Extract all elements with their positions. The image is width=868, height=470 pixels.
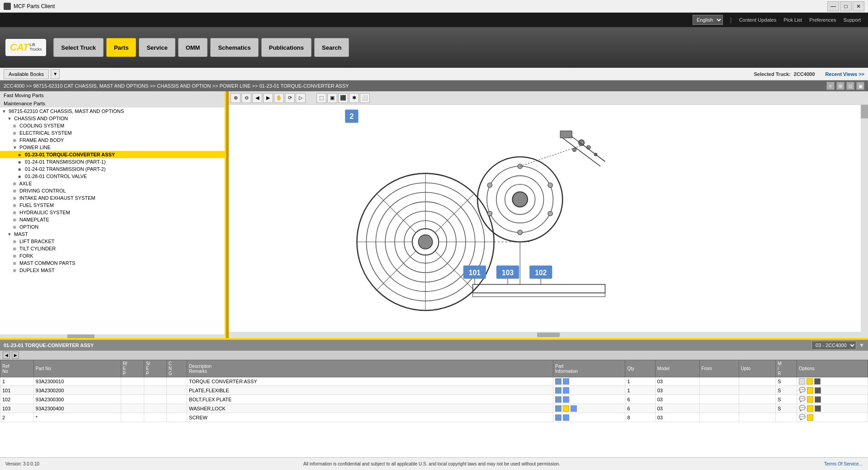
tree-tilt-cylinder[interactable]: ⊕ TILT CYLINDER (0, 245, 225, 252)
row-model: 03 (655, 395, 699, 404)
opt-icon-3[interactable] (815, 405, 821, 412)
opt-comment[interactable]: 💬 (799, 414, 806, 420)
maximize-button[interactable]: □ (840, 1, 852, 11)
diagram-bottom-thumb[interactable] (537, 333, 560, 337)
info-icon-1[interactable] (555, 396, 561, 403)
view-icon-2[interactable]: ⊞ (836, 82, 844, 90)
tree-option[interactable]: ⊕ OPTION (0, 223, 225, 230)
tool-print[interactable]: ✱ (349, 93, 359, 103)
tree-powerline[interactable]: ▼ POWER LINE (0, 144, 225, 151)
language-selector[interactable]: English (693, 15, 723, 25)
nav-omm[interactable]: OMM (178, 38, 208, 57)
opt-icon-3[interactable] (814, 378, 821, 385)
pick-list-link[interactable]: Pick List (783, 17, 802, 23)
terms-link[interactable]: Terms Of Service... (824, 461, 863, 466)
view-icon-1[interactable]: ≡ (826, 82, 835, 90)
tree-transmission-2[interactable]: ■ 01-24-02 TRANSMISSION (PART-2) (0, 165, 225, 173)
label-101[interactable]: 101 (469, 269, 481, 277)
tree-area: ▼ 98715-62310 CAT CHASSIS, MAST AND OPTI… (0, 108, 225, 334)
opt-icon-3[interactable] (815, 387, 821, 394)
label-103[interactable]: 103 (502, 269, 514, 277)
content-updates-link[interactable]: Content Updates (739, 17, 777, 23)
tree-nameplate[interactable]: ⊕ NAMEPLATE (0, 216, 225, 223)
opt-comment[interactable]: 💬 (799, 405, 806, 411)
tree-intake[interactable]: ⊕ INTAKE AND EXHAUST SYSTEM (0, 194, 225, 202)
opt-comment[interactable]: 💬 (799, 396, 806, 402)
tree-cooling[interactable]: ⊕ COOLING SYSTEM (0, 122, 225, 129)
parts-btn-2[interactable]: ▶ (12, 352, 19, 359)
tool-select[interactable]: ⬚ (316, 93, 326, 103)
nav-select-truck[interactable]: Select Truck (53, 38, 104, 57)
info-icon-2[interactable] (563, 387, 569, 394)
tool-settings[interactable]: ⬜ (360, 93, 370, 103)
info-icon-1[interactable] (555, 378, 561, 385)
tool-prev[interactable]: ◀ (252, 93, 262, 103)
tree-hydraulic[interactable]: ⊕ HYDRAULIC SYSTEM (0, 209, 225, 216)
scrollbar-thumb[interactable] (67, 334, 94, 338)
opt-icon-2[interactable] (807, 414, 813, 421)
info-icon-2[interactable] (563, 378, 569, 385)
parts-btn-1[interactable]: ◀ (3, 352, 10, 359)
tree-chassis-option[interactable]: ▼ CHASSIS AND OPTION (0, 115, 225, 122)
tree-transmission-1[interactable]: ■ 01-24-01 TRANSMISSION (PART-1) (0, 158, 225, 165)
view-icon-4[interactable]: ▣ (856, 82, 864, 90)
nav-search[interactable]: Search (314, 38, 349, 57)
nav-service[interactable]: Service (139, 38, 175, 57)
opt-icon-2[interactable] (807, 405, 813, 412)
info-icon-2[interactable] (571, 405, 577, 412)
info-icon-1[interactable] (555, 414, 561, 421)
info-icon-1[interactable] (555, 387, 561, 394)
info-icon-2[interactable] (563, 414, 569, 421)
maintenance-parts-link[interactable]: Maintenance Parts (0, 99, 225, 108)
tool-hand[interactable]: ✋ (274, 93, 284, 103)
tool-grid[interactable]: ▣ (327, 93, 337, 103)
info-icon-1[interactable] (555, 405, 561, 412)
tree-fork[interactable]: ⊕ FORK (0, 252, 225, 259)
model-selector[interactable]: 03 - 2CC4000 (811, 341, 856, 350)
tree-control-valve[interactable]: ■ 01-28-01 CONTROL VALVE (0, 173, 225, 180)
tool-refresh[interactable]: ⟳ (285, 93, 295, 103)
opt-icon-3[interactable] (815, 396, 821, 403)
preferences-link[interactable]: Preferences (809, 17, 836, 23)
opt-icon-2[interactable] (807, 378, 813, 385)
tree-fuel[interactable]: ⊕ FUEL SYSTEM (0, 202, 225, 209)
row-from (699, 404, 739, 413)
tree-mast[interactable]: ▼ MAST (0, 230, 225, 238)
tree-driving[interactable]: ⊕ DRIVING CONTROL (0, 187, 225, 194)
tree-frame[interactable]: ⊕ FRAME AND BODY (0, 136, 225, 144)
tree-item-root[interactable]: ▼ 98715-62310 CAT CHASSIS, MAST AND OPTI… (0, 108, 225, 115)
close-button[interactable]: ✕ (853, 1, 864, 11)
tree-torque-converter[interactable]: ■ 01-23-01 TORQUE-CONVERTER ASSY (0, 151, 225, 158)
tool-zoom-out[interactable]: ⊖ (241, 93, 251, 103)
diagram-scroll-thumb[interactable] (861, 105, 868, 118)
minimize-button[interactable]: — (827, 1, 839, 11)
svg-point-23 (548, 211, 552, 216)
tree-lift-bracket[interactable]: ⊕ LIFT BRACKET (0, 238, 225, 245)
opt-comment[interactable]: 💬 (799, 387, 806, 393)
nav-publications[interactable]: Publications (261, 38, 311, 57)
fast-moving-parts-link[interactable]: Fast Moving Parts (0, 91, 225, 99)
opt-icon-1[interactable] (799, 378, 805, 385)
expand-icon[interactable]: ▼ (859, 342, 864, 348)
tool-play[interactable]: ▷ (296, 93, 306, 103)
tree-duplex[interactable]: ⊕ DUPLEX MAST (0, 267, 225, 274)
info-icon-2[interactable] (563, 396, 569, 403)
tree-axle[interactable]: ⊕ AXLE (0, 180, 225, 187)
label-102[interactable]: 102 (535, 269, 547, 277)
available-books-button[interactable]: Available Books (4, 69, 49, 79)
opt-icon-2[interactable] (807, 387, 813, 394)
nav-parts[interactable]: Parts (106, 38, 137, 57)
recent-views-link[interactable]: Recent Views >> (825, 71, 864, 77)
support-link[interactable]: Support (843, 17, 861, 23)
tool-next[interactable]: ▶ (263, 93, 273, 103)
available-books-dropdown[interactable]: ▼ (51, 69, 60, 79)
tree-mast-common[interactable]: ⊕ MAST COMMON PARTS (0, 259, 225, 267)
tree-electrical[interactable]: ⊕ ELECTRICAL SYSTEM (0, 129, 225, 136)
nav-schematics[interactable]: Schematics (210, 38, 258, 57)
tool-export[interactable]: ⬛ (338, 93, 348, 103)
opt-icon-2[interactable] (807, 396, 813, 403)
view-icon-3[interactable]: ⊡ (846, 82, 854, 90)
row-desc: PLATE,FLEXIBLE (187, 386, 553, 395)
info-special[interactable] (563, 405, 569, 412)
tool-zoom-in[interactable]: ⊕ (231, 93, 241, 103)
